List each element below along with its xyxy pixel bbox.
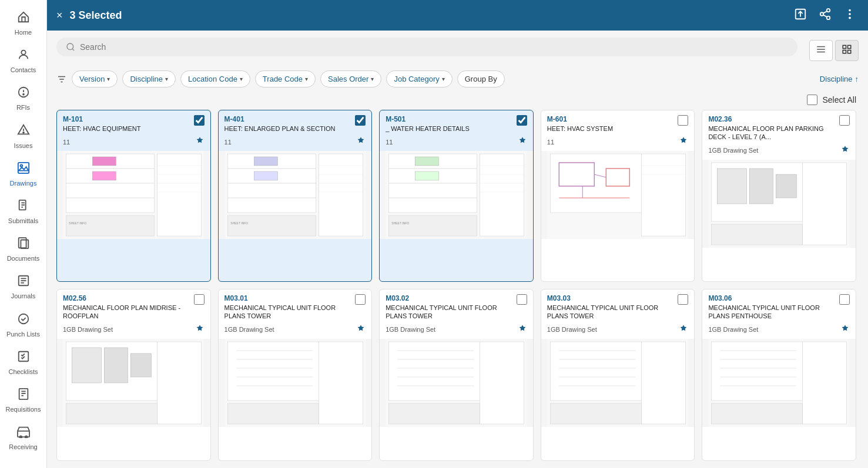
drawing-card[interactable]: M-401 HEET: ENLARGED PLAN & SECTION 11 S… [218, 110, 373, 282]
svg-rect-19 [18, 351, 28, 361]
card-checkbox[interactable] [194, 294, 205, 305]
card-version: 11 [63, 139, 70, 146]
job-category-filter[interactable]: Job Category ▾ [386, 70, 452, 87]
card-header: M-101 HEET: HVAC EQUIPMENT [57, 110, 210, 135]
card-thumbnail: SHEET INFO [380, 151, 533, 239]
sidebar-item-drawings[interactable]: Drawings [0, 156, 46, 193]
card-code: M-401 [224, 115, 352, 123]
svg-point-29 [820, 12, 824, 16]
drawing-card[interactable]: M-601 HEET: HVAC SYSTEM 11 [541, 110, 695, 282]
svg-point-18 [18, 314, 28, 324]
svg-text:SHEET INFO: SHEET INFO [230, 221, 248, 225]
sidebar-item-journals[interactable]: Journals [0, 268, 46, 306]
trade-code-filter[interactable]: Trade Code ▾ [255, 70, 316, 87]
card-checkbox[interactable] [839, 115, 850, 126]
svg-rect-13 [21, 240, 28, 249]
search-input[interactable] [80, 42, 788, 52]
select-all-row: Select All [56, 95, 859, 105]
svg-point-6 [20, 164, 22, 167]
drawing-card[interactable]: M03.03 MECHANICAL TYPICAL UNIT FLOOR PLA… [541, 289, 695, 461]
sidebar-item-documents[interactable]: Documents [0, 231, 46, 268]
card-title: MECHANICAL TYPICAL UNIT FLOOR PLANS TOWE… [547, 304, 675, 321]
sidebar-item-contacts[interactable]: Contacts [0, 42, 46, 80]
sidebar-item-requisitions[interactable]: Requisitions [0, 382, 46, 419]
sidebar-item-submittals[interactable]: Submittals [0, 193, 46, 231]
card-version: 11 [386, 139, 393, 146]
drawing-card[interactable]: M02.56 MECHANICAL FLOOR PLAN MIDRISE - R… [56, 289, 211, 461]
punch-lists-icon [17, 312, 30, 328]
upload-button[interactable] [792, 5, 809, 26]
job-category-arrow: ▾ [442, 76, 445, 82]
card-meta: 1GB Drawing Set [219, 323, 372, 339]
svg-rect-106 [712, 224, 803, 245]
card-code: M03.02 [386, 294, 513, 302]
view-toggle [809, 40, 859, 61]
card-info: M-401 HEET: ENLARGED PLAN & SECTION [224, 115, 352, 133]
card-checkbox[interactable] [839, 294, 850, 305]
drawing-card[interactable]: M03.01 MECHANICAL TYPICAL UNIT FLOOR PLA… [218, 289, 373, 461]
svg-rect-109 [72, 348, 101, 383]
sidebar-item-receiving-label: Receiving [9, 443, 37, 451]
svg-line-32 [823, 11, 827, 13]
card-verified [840, 324, 850, 335]
sales-order-filter[interactable]: Sales Order ▾ [320, 70, 381, 87]
card-checkbox[interactable] [355, 115, 366, 126]
card-info: M03.03 MECHANICAL TYPICAL UNIT FLOOR PLA… [547, 294, 675, 321]
drawing-card[interactable]: M03.06 MECHANICAL TYPICAL UNIT FLOOR PLA… [702, 289, 856, 461]
card-thumbnail [541, 151, 695, 239]
sidebar-item-punch-lists[interactable]: Punch Lists [0, 307, 46, 344]
drawing-card[interactable]: M-501 _ WATER HEATER DETAILS 11 SHEET IN… [379, 110, 534, 282]
card-checkbox[interactable] [194, 115, 205, 126]
sidebar-item-checklists[interactable]: Checklists [0, 344, 46, 382]
sidebar-item-receiving[interactable]: Receiving [0, 419, 46, 457]
share-button[interactable] [816, 5, 834, 26]
svg-rect-81 [415, 157, 438, 166]
select-all-checkbox[interactable] [807, 95, 817, 105]
svg-rect-42 [848, 45, 851, 48]
location-code-filter[interactable]: Location Code ▾ [180, 70, 250, 87]
card-meta: 1GB Drawing Set [57, 323, 210, 339]
more-button[interactable] [841, 5, 859, 26]
svg-point-3 [23, 94, 24, 95]
drawing-card[interactable]: M-101 HEET: HVAC EQUIPMENT 11 SHEET INFO [56, 110, 211, 282]
card-meta: 11 [57, 135, 210, 151]
sort-indicator: Discipline ↑ [820, 75, 859, 83]
card-thumbnail: SHEET INFO [57, 151, 210, 239]
card-checkbox[interactable] [355, 294, 366, 305]
svg-rect-97 [641, 154, 685, 236]
grid-view-button[interactable] [835, 40, 859, 61]
card-header: M-401 HEET: ENLARGED PLAN & SECTION [219, 110, 372, 135]
card-checkbox[interactable] [517, 115, 527, 126]
filter-icon[interactable] [56, 74, 67, 85]
discipline-filter[interactable]: Discipline ▾ [122, 70, 176, 87]
svg-rect-104 [776, 174, 797, 198]
card-checkbox[interactable] [678, 115, 688, 126]
card-header: M-501 _ WATER HEATER DETAILS [380, 110, 533, 135]
trade-code-arrow: ▾ [305, 76, 308, 82]
version-filter[interactable]: Version ▾ [72, 70, 118, 87]
svg-rect-121 [319, 342, 363, 424]
sidebar-item-issues[interactable]: Issues [0, 118, 46, 156]
select-all-label[interactable]: Select All [822, 95, 856, 105]
issues-icon [17, 124, 30, 140]
card-meta: 1GB Drawing Set [702, 144, 856, 160]
card-verified [195, 324, 205, 335]
list-view-button[interactable] [809, 40, 833, 61]
svg-rect-103 [750, 169, 773, 204]
card-meta: 1GB Drawing Set [380, 323, 533, 339]
drawing-card[interactable]: M02.36 MECHANICAL FLOOR PLAN PARKING DEC… [702, 110, 856, 282]
contacts-icon [17, 48, 30, 64]
sidebar-item-contacts-label: Contacts [11, 66, 36, 74]
close-button[interactable]: × [56, 9, 63, 22]
sidebar-item-home[interactable]: Home [0, 5, 46, 42]
svg-rect-60 [66, 216, 154, 236]
verified-icon [840, 324, 850, 334]
card-version: 1GB Drawing Set [63, 326, 113, 333]
svg-rect-24 [17, 431, 29, 437]
svg-rect-74 [227, 216, 316, 236]
card-checkbox[interactable] [678, 294, 688, 305]
sidebar-item-rfis[interactable]: RFIs [0, 80, 46, 117]
card-checkbox[interactable] [517, 294, 527, 305]
drawing-card[interactable]: M03.02 MECHANICAL TYPICAL UNIT FLOOR PLA… [379, 289, 534, 461]
group-by-button[interactable]: Group By [457, 70, 505, 87]
